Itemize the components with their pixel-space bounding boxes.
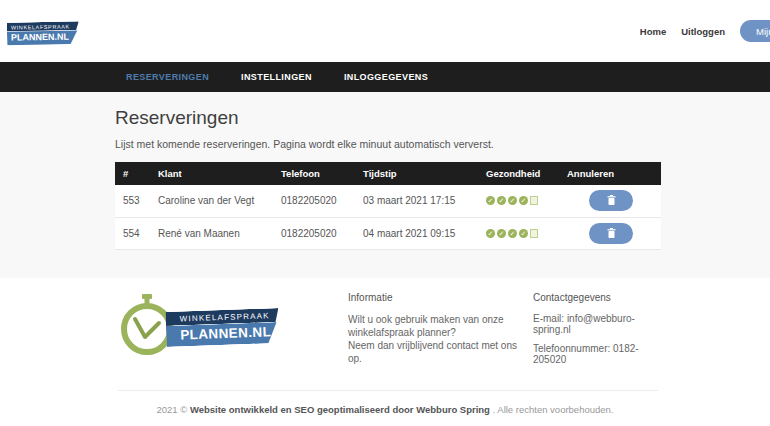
site-logo[interactable]: WINKELAFSPRAAK PLANNEN.NL (7, 21, 79, 45)
table-header-row: # Klant Telefoon Tijdstip Gezondheid Ann… (115, 162, 661, 185)
health-check-icon (497, 229, 506, 238)
cell-klant: René van Maanen (150, 217, 273, 249)
main-nav: RESERVERINGEN INSTELLINGEN INLOGGEGEVENS (0, 62, 770, 92)
account-button[interactable]: Mijn (740, 20, 770, 42)
health-check-icon (519, 196, 528, 205)
logout-link[interactable]: Uitloggen (681, 26, 725, 37)
footer-contact: Contactgegevens E-mail: info@webburo-spr… (533, 292, 660, 376)
cell-gezondheid (478, 217, 559, 249)
informatie-heading: Informatie (348, 292, 533, 303)
header-links: Home Uitloggen Mijn (640, 0, 770, 62)
contact-email[interactable]: E-mail: info@webburo-spring.nl (533, 313, 660, 335)
header: WINKELAFSPRAAK PLANNEN.NL Home Uitloggen… (0, 0, 770, 62)
table-row: 554 René van Maanen 0182205020 04 maart … (115, 217, 661, 249)
reservations-table: # Klant Telefoon Tijdstip Gezondheid Ann… (115, 162, 661, 250)
health-check-icon (486, 229, 495, 238)
page-title: Reserveringen (115, 107, 660, 129)
col-header-klant: Klant (150, 162, 273, 185)
tab-instellingen[interactable]: INSTELLINGEN (241, 72, 312, 82)
table-row: 553 Caroline van der Vegt 0182205020 03 … (115, 185, 661, 217)
col-header-tijdstip: Tijdstip (355, 162, 478, 185)
cell-klant: Caroline van der Vegt (150, 185, 273, 217)
trash-icon (607, 195, 616, 206)
tab-inloggegevens[interactable]: INLOGGEGEVENS (344, 72, 428, 82)
copyright: 2021 © Website ontwikkeld en SEO geoptim… (0, 404, 770, 415)
page-subtitle: Lijst met komende reserveringen. Pagina … (115, 138, 660, 150)
col-header-telefoon: Telefoon (273, 162, 355, 185)
cell-gezondheid (478, 185, 559, 217)
main-content: Reserveringen Lijst met komende reserver… (0, 92, 770, 278)
informatie-line: winkelafspraak planner? (348, 326, 533, 339)
col-header-gezondheid: Gezondheid (478, 162, 559, 185)
logo-line2: PLANNEN.NL (166, 322, 280, 347)
cell-tijdstip: 04 maart 2021 09:15 (355, 217, 478, 249)
copyright-suffix: . Alle rechten voorbehouden. (490, 404, 614, 415)
logo-line2: PLANNEN.NL (7, 30, 79, 45)
footer-logo: WINKELAFSPRAAK PLANNEN.NL (118, 292, 348, 376)
cell-id: 553 (115, 185, 150, 217)
informatie-line: Neem dan vrijblijvend contact met ons op… (348, 339, 533, 365)
health-document-icon (530, 229, 538, 238)
cell-id: 554 (115, 217, 150, 249)
copyright-prefix: 2021 © (156, 404, 189, 415)
health-document-icon (530, 196, 538, 205)
cell-telefoon: 0182205020 (273, 185, 355, 217)
home-link[interactable]: Home (640, 26, 666, 37)
logo-line1: WINKELAFSPRAAK (7, 21, 79, 31)
cell-annuleren (559, 217, 661, 249)
contact-heading: Contactgegevens (533, 292, 660, 303)
footer: WINKELAFSPRAAK PLANNEN.NL Informatie Wil… (0, 278, 770, 415)
col-header-id: # (115, 162, 150, 185)
cell-tijdstip: 03 maart 2021 17:15 (355, 185, 478, 217)
informatie-line: Wilt u ook gebruik maken van onze (348, 313, 533, 326)
footer-divider (118, 390, 658, 391)
copyright-link[interactable]: Website ontwikkeld en SEO geoptimaliseer… (190, 404, 490, 415)
contact-phone: Telefoonnummer: 0182-205020 (533, 343, 660, 365)
health-check-icon (486, 196, 495, 205)
cancel-reservation-button[interactable] (589, 190, 633, 211)
col-header-annuleren: Annuleren (559, 162, 661, 185)
tab-reserveringen[interactable]: RESERVERINGEN (126, 72, 209, 82)
health-check-icon (519, 229, 528, 238)
health-check-icon (497, 196, 506, 205)
footer-informatie: Informatie Wilt u ook gebruik maken van … (348, 292, 533, 376)
cell-telefoon: 0182205020 (273, 217, 355, 249)
cancel-reservation-button[interactable] (589, 223, 633, 244)
trash-icon (607, 228, 616, 239)
health-check-icon (508, 196, 517, 205)
cell-annuleren (559, 185, 661, 217)
health-check-icon (508, 229, 517, 238)
